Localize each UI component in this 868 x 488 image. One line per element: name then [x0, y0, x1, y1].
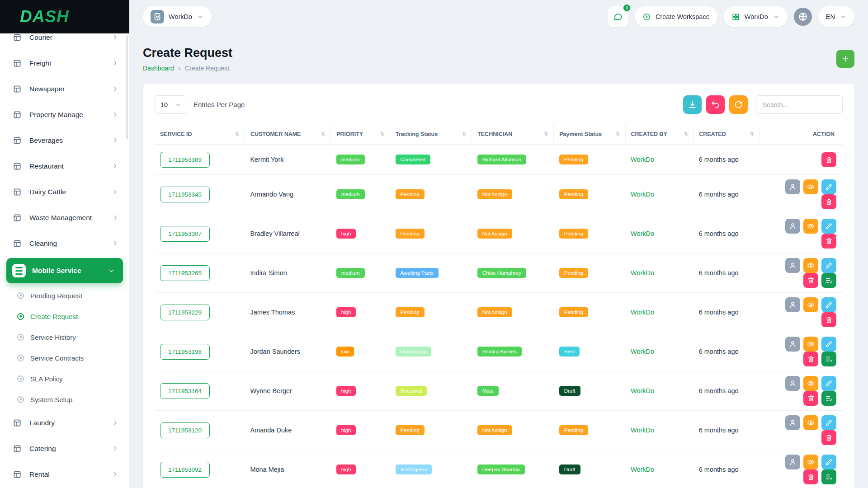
- checklist-button[interactable]: [821, 352, 836, 366]
- service-id-chip[interactable]: 1711953307: [160, 226, 210, 242]
- view-button[interactable]: [803, 219, 818, 234]
- assign-user-button[interactable]: [785, 415, 800, 430]
- sidebar-subitem-service-history[interactable]: Service History: [0, 327, 129, 347]
- sidebar-item-waste-management[interactable]: Waste Management: [0, 205, 129, 230]
- column-header-priority[interactable]: PRIORITY⇅: [331, 124, 390, 145]
- messages-button[interactable]: 0: [608, 6, 628, 27]
- view-button[interactable]: [803, 258, 818, 273]
- edit-button[interactable]: [821, 337, 836, 352]
- checklist-button[interactable]: [821, 391, 836, 406]
- service-id-chip[interactable]: 1711953345: [160, 187, 210, 202]
- language-selector[interactable]: EN: [818, 6, 854, 27]
- service-id-chip[interactable]: 1711953198: [160, 344, 210, 360]
- add-request-button[interactable]: [836, 50, 854, 68]
- edit-button[interactable]: [821, 455, 836, 469]
- checklist-button[interactable]: [821, 469, 836, 484]
- sidebar-subitem-create-request[interactable]: Create Request: [0, 306, 129, 327]
- sidebar-subitem-service-contracts[interactable]: Service Contracts: [0, 347, 129, 368]
- sidebar-subitem-sla-policy[interactable]: SLA Policy: [0, 368, 129, 389]
- delete-button[interactable]: [803, 273, 818, 288]
- sort-icon[interactable]: ⇅: [615, 131, 619, 137]
- sort-icon[interactable]: ⇅: [380, 131, 384, 137]
- column-header-service-id[interactable]: SERVICE ID⇅: [155, 124, 245, 145]
- service-id-chip[interactable]: 1711953164: [160, 383, 210, 399]
- sort-icon[interactable]: ⇅: [544, 131, 548, 137]
- sidebar-item-catering[interactable]: Catering: [0, 436, 129, 461]
- breadcrumb-dashboard-link[interactable]: Dashboard: [143, 65, 174, 72]
- sidebar-item-newspaper[interactable]: Newspaper: [0, 76, 129, 102]
- sort-icon[interactable]: ⇅: [462, 131, 466, 137]
- column-header-created-by[interactable]: CREATED BY⇅: [625, 124, 693, 145]
- sort-icon[interactable]: ⇅: [321, 131, 325, 137]
- language-globe-button[interactable]: [794, 8, 812, 26]
- view-button[interactable]: [803, 179, 818, 194]
- reset-button[interactable]: [706, 95, 725, 114]
- sidebar-scrollbar[interactable]: [126, 35, 128, 139]
- assign-user-button[interactable]: [785, 179, 800, 194]
- delete-button[interactable]: [821, 152, 836, 167]
- column-header-tracking-status[interactable]: Tracking Status⇅: [390, 124, 472, 145]
- created-by-link[interactable]: WorkDo: [631, 269, 654, 277]
- workdo-menu-button[interactable]: WorkDo: [724, 6, 788, 27]
- sidebar-item-dairy-cattle[interactable]: Dairy Cattle: [0, 179, 129, 205]
- view-button[interactable]: [803, 337, 818, 352]
- created-by-link[interactable]: WorkDo: [631, 427, 654, 434]
- sidebar-subitem-system-setup[interactable]: System Setup: [0, 389, 129, 410]
- sidebar-item-beverages[interactable]: Beverages: [0, 127, 129, 153]
- sort-icon[interactable]: ⇅: [235, 131, 239, 137]
- created-by-link[interactable]: WorkDo: [631, 348, 654, 355]
- edit-button[interactable]: [821, 258, 836, 273]
- created-by-link[interactable]: WorkDo: [631, 230, 654, 237]
- column-header-created[interactable]: CREATED⇅: [693, 124, 760, 145]
- sidebar-item-rental[interactable]: Rental: [0, 461, 129, 487]
- refresh-button[interactable]: [729, 95, 748, 114]
- column-header-action[interactable]: ACTION: [760, 124, 843, 145]
- create-workspace-button[interactable]: Create Workspace: [635, 6, 717, 27]
- edit-button[interactable]: [821, 179, 836, 194]
- created-by-link[interactable]: WorkDo: [631, 156, 654, 163]
- delete-button[interactable]: [821, 430, 836, 445]
- assign-user-button[interactable]: [785, 297, 800, 312]
- view-button[interactable]: [803, 376, 818, 391]
- edit-button[interactable]: [821, 415, 836, 430]
- sidebar-item-freight[interactable]: Freight: [0, 50, 129, 76]
- assign-user-button[interactable]: [785, 376, 800, 391]
- sidebar-item-courier[interactable]: Courier: [0, 33, 129, 50]
- created-by-link[interactable]: WorkDo: [631, 309, 654, 316]
- sidebar-item-restaurant[interactable]: Restaurant: [0, 153, 129, 179]
- sidebar-item-cleaning[interactable]: Cleaning: [0, 230, 129, 256]
- service-id-chip[interactable]: 1711953092: [160, 462, 210, 478]
- delete-button[interactable]: [803, 352, 818, 366]
- workspace-selector[interactable]: WorkDo: [143, 6, 212, 27]
- sidebar-subitem-pending-request[interactable]: Pending Request: [0, 285, 129, 306]
- search-input[interactable]: [756, 95, 843, 114]
- service-id-chip[interactable]: 1711953265: [160, 265, 210, 281]
- service-id-chip[interactable]: 1711953229: [160, 305, 210, 320]
- service-id-chip[interactable]: 1711953120: [160, 422, 210, 438]
- created-by-link[interactable]: WorkDo: [631, 191, 654, 198]
- edit-button[interactable]: [821, 297, 836, 312]
- view-button[interactable]: [803, 455, 818, 469]
- assign-user-button[interactable]: [785, 258, 800, 273]
- assign-user-button[interactable]: [785, 337, 800, 352]
- created-by-link[interactable]: WorkDo: [631, 466, 654, 473]
- view-button[interactable]: [803, 297, 818, 312]
- checklist-button[interactable]: [821, 273, 836, 288]
- column-header-payment-status[interactable]: Payment Status⇅: [554, 124, 625, 145]
- sort-icon[interactable]: ⇅: [684, 131, 688, 137]
- delete-button[interactable]: [803, 391, 818, 406]
- sort-icon[interactable]: ⇅: [750, 131, 754, 137]
- sidebar-item-laundry[interactable]: Laundry: [0, 410, 129, 436]
- export-button[interactable]: [683, 95, 702, 114]
- entries-per-page-select[interactable]: 10: [155, 95, 187, 114]
- sidebar-item-mobile-service[interactable]: Mobile Service: [6, 258, 123, 283]
- delete-button[interactable]: [821, 234, 836, 249]
- assign-user-button[interactable]: [785, 219, 800, 234]
- created-by-link[interactable]: WorkDo: [631, 387, 654, 394]
- column-header-technician[interactable]: TECHNICIAN⇅: [472, 124, 554, 145]
- assign-user-button[interactable]: [785, 455, 800, 469]
- sidebar-item-property-manage[interactable]: Property Manage: [0, 102, 129, 127]
- delete-button[interactable]: [821, 194, 836, 209]
- edit-button[interactable]: [821, 219, 836, 234]
- view-button[interactable]: [803, 415, 818, 430]
